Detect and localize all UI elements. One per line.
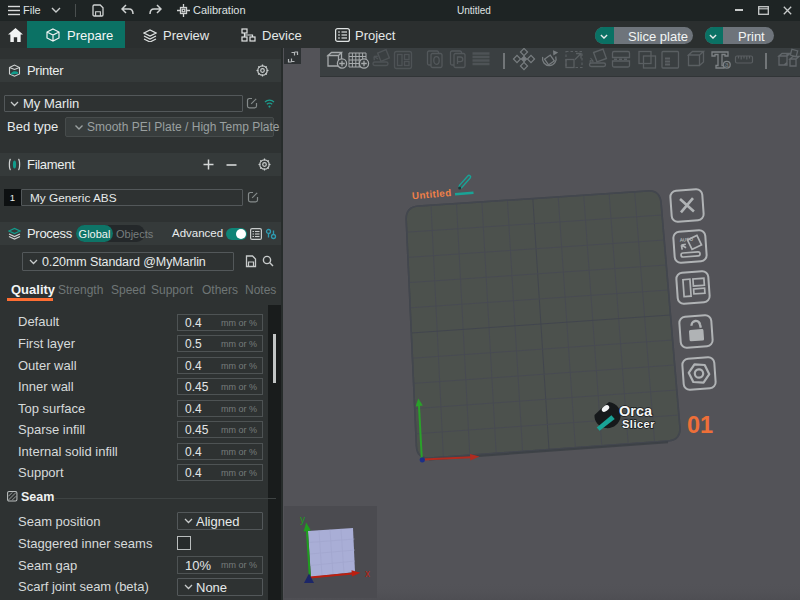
svg-text:y: y xyxy=(300,514,305,525)
svg-text:Untitled: Untitled xyxy=(412,187,452,201)
svg-text:a: a xyxy=(725,61,729,68)
svg-text:x: x xyxy=(365,568,370,579)
svg-text:Orca: Orca xyxy=(619,403,653,419)
svg-text:AUTO: AUTO xyxy=(679,237,693,243)
svg-text:01: 01 xyxy=(687,412,713,438)
svg-text:Slicer: Slicer xyxy=(622,418,655,430)
